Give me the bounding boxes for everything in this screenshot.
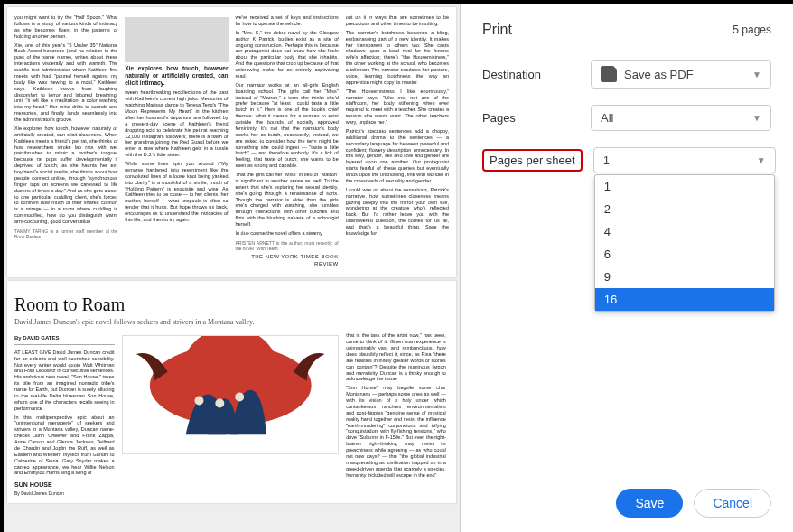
dropdown-option[interactable]: 4	[595, 220, 774, 243]
book-title: SUN HOUSE	[14, 481, 115, 490]
dropdown-option[interactable]: 2	[595, 198, 774, 220]
preview-page-lower: Room to Roam David James Duncan's epic n…	[7, 281, 456, 503]
body-text: That the girls call her "Miss" in lieu o…	[236, 172, 339, 228]
body-text: tween heartbreaking recollections of the…	[125, 89, 228, 158]
body-text: In this multiperspective epic about an "…	[14, 415, 115, 477]
body-text: AT LEAST GIVE David James Duncan credit …	[14, 350, 115, 412]
destination-value: Save as PDF	[624, 68, 694, 81]
body-text: The narrator's butchness becomes a bling…	[346, 30, 449, 86]
cancel-button[interactable]: Cancel	[694, 489, 771, 518]
destination-select[interactable]: Save as PDF ▼	[591, 60, 771, 89]
svg-point-1	[194, 397, 203, 406]
chevron-down-icon: ▼	[752, 113, 761, 123]
dropdown-option[interactable]: 9	[595, 266, 774, 288]
pull-quote: Xie explores how touch, however naturall…	[125, 65, 228, 87]
body-text: Xie explores how touch, however naturall…	[14, 126, 117, 225]
book-byline: By David James Duncan	[14, 490, 115, 496]
page-count: 5 pages	[732, 23, 771, 36]
pages-value: All	[601, 111, 613, 125]
body-text: "Sun House" may beguile some char Montan…	[346, 385, 446, 478]
print-dialog: Print 5 pages Destination Save as PDF ▼ …	[461, 4, 793, 532]
body-text: we've received a set of keys and instruc…	[236, 14, 339, 27]
dialog-title: Print	[482, 22, 512, 38]
body-text: you might want to try the "Half Spoon." …	[14, 14, 117, 40]
dropdown-option[interactable]: 6	[595, 243, 774, 266]
body-text: "The Housemistress I like enormously," n…	[346, 89, 449, 126]
body-text: I could wax on about the sensations, Pat…	[346, 187, 449, 237]
dropdown-option-selected[interactable]: 16	[595, 288, 774, 311]
image-placeholder	[125, 17, 228, 62]
body-text: out on it in ways that are sometimes to …	[346, 14, 449, 27]
pages-label: Pages	[482, 111, 591, 125]
chevron-down-icon: ▼	[752, 70, 761, 79]
article-headline: Room to Roam	[14, 294, 449, 316]
pages-per-sheet-label: Pages per sheet	[482, 149, 583, 172]
preview-page-upper: you might want to try the "Half Spoon." …	[7, 7, 456, 277]
author-credit: KRISTEN ARNETT is the author, most recen…	[236, 240, 339, 252]
body-text: Patrick's staccato sentences add a chopp…	[346, 128, 449, 184]
body-text: While some lines spin you around ("My re…	[125, 161, 228, 223]
article-illustration	[122, 335, 340, 454]
destination-label: Destination	[482, 68, 591, 81]
body-text: In "Mrs. S," the debut novel by the Glas…	[236, 30, 339, 79]
chevron-down-icon: ▼	[757, 155, 766, 165]
byline: By DAVID GATES	[14, 335, 115, 345]
body-text: Xie, one of this year's "5 Under 35" Nat…	[14, 42, 117, 123]
pages-per-sheet-value: 1	[603, 154, 610, 167]
pdf-icon	[601, 66, 617, 82]
source-line: THE NEW YORK TIMES BOOK REVIEW	[236, 254, 339, 267]
pages-select[interactable]: All ▼	[591, 105, 771, 131]
svg-point-2	[235, 393, 244, 402]
svg-point-3	[215, 399, 224, 408]
dropdown-option[interactable]: 1	[595, 175, 774, 198]
print-preview-pane: you might want to try the "Half Spoon." …	[4, 4, 461, 532]
author-credit: TAMMY TARNG is a former staff member at …	[14, 229, 117, 240]
save-button[interactable]: Save	[616, 489, 683, 518]
body-text: Our narrator works at an all-girls Engli…	[236, 82, 339, 169]
body-text: that is the task of the artist now," has…	[346, 332, 446, 382]
body-text: In due course the novel offers a steamy	[236, 230, 339, 237]
pages-per-sheet-dropdown: 1 2 4 6 9 16	[594, 174, 775, 312]
article-subhead: David James Duncan's epic novel follows …	[14, 318, 449, 327]
pages-per-sheet-select[interactable]: 1 ▼ 1 2 4 6 9 16	[593, 147, 776, 173]
